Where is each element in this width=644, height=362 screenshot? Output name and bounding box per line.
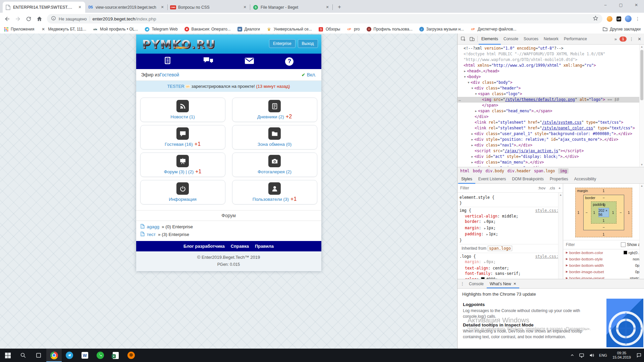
tile-link[interactable]: Фотогалерея (2)	[258, 169, 291, 174]
computed-property-row[interactable]: ▶border-bottom-width0px	[563, 262, 644, 268]
tile-link[interactable]: Информация	[169, 197, 197, 202]
style-rule[interactable]: style.css:1img {vertical-align: middle;b…	[460, 207, 561, 244]
taskbar-media-icon[interactable]	[123, 349, 139, 362]
stylesheet-link[interactable]: style.css:1	[535, 254, 561, 259]
extension-off-icon[interactable]: off	[614, 14, 623, 23]
dom-tree-node[interactable]: <!doctype html PUBLIC "-//WAPFORUM//DTD …	[458, 51, 644, 57]
address-bar[interactable]: Не защищено enter2019.beget.tech/index.p…	[47, 14, 602, 23]
toggle-hover-button[interactable]: :hov	[538, 186, 546, 190]
expand-arrow-icon[interactable]: ▶	[463, 68, 467, 74]
css-property[interactable]: font-family: sans-serif;	[460, 271, 561, 277]
logout-button[interactable]: Выход	[298, 39, 318, 48]
task-view-button[interactable]	[31, 349, 46, 362]
stylesheet-link[interactable]: style.css:1	[535, 208, 561, 214]
box-model-diagram[interactable]: margin 1 1 1 1 border − − − − padding 1	[575, 188, 632, 237]
css-property[interactable]: text-align: center;	[460, 265, 561, 271]
dom-tree-node[interactable]: ▼<div class="header">	[458, 85, 644, 91]
tile-link[interactable]: Дневники (2)	[257, 114, 284, 119]
sidebar-tab-event-listeners[interactable]: Event Listeners	[475, 175, 509, 184]
tile-folder[interactable]: Зона обмена (0)	[232, 125, 317, 149]
devtools-tab-network[interactable]: Network	[541, 34, 561, 45]
sidebar-tab-properties[interactable]: Properties	[547, 175, 571, 184]
bookmark-item[interactable]: ♛Универсальный се...	[266, 26, 312, 32]
dom-tree-node[interactable]: <script src="/ajax/js/ajax_active.js"></…	[458, 148, 644, 154]
drawer-menu-icon[interactable]: ⋮	[459, 281, 466, 286]
new-style-rule-button[interactable]: +	[558, 186, 561, 190]
tab-close-icon[interactable]: ✕	[242, 5, 248, 10]
dom-tree-node[interactable]: ▶<div class="nav1">…</div>	[458, 142, 644, 148]
enterprise-button[interactable]: Enterprise	[269, 39, 296, 48]
url-text[interactable]: enter2019.beget.tech/index.php	[93, 16, 590, 21]
dom-tree-node[interactable]: ▶<span class="head_menu">…</span>	[458, 108, 644, 114]
tile-link[interactable]: Гостевая (16)	[165, 142, 193, 147]
dom-tree-node[interactable]: …<img src="/style/themes/default/logo.pn…	[458, 97, 644, 103]
news-menu-icon[interactable]	[164, 56, 172, 66]
forum-topic-link[interactable]: agagg	[147, 224, 160, 229]
collapse-arrow-icon[interactable]: ▼	[474, 91, 478, 97]
action-center-icon[interactable]	[634, 349, 644, 362]
restore-button[interactable]: ▢	[613, 0, 629, 10]
expand-arrow-icon[interactable]: ▶	[470, 131, 474, 137]
more-tabs-icon[interactable]: »	[613, 37, 618, 42]
css-property[interactable]: margin: ▶1px;	[460, 225, 561, 232]
browser-tab[interactable]: SFile Manager - Beget✕	[250, 2, 333, 13]
tile-link[interactable]: Форум (3) | (2)	[164, 169, 194, 174]
devtools-tab-sources[interactable]: Sources	[521, 34, 541, 45]
computed-filter-input[interactable]	[565, 242, 619, 247]
tile-link[interactable]: Пользователи (3)	[253, 197, 289, 202]
bookmark-item[interactable]: olxМой профиль • OL...	[93, 26, 138, 32]
breadcrumb-img[interactable]: img	[558, 168, 569, 174]
devtools-tab-console[interactable]: Console	[501, 34, 521, 45]
tile-link[interactable]: Новости (1)	[170, 114, 195, 119]
ether-state-link[interactable]: Вкл.	[307, 72, 316, 77]
drawer-tab-console[interactable]: Console	[466, 279, 487, 288]
bookmark-item[interactable]: Telegram Web	[144, 26, 177, 32]
forum-topic-link[interactable]: тест	[147, 232, 156, 237]
taskbar-telegram-icon[interactable]	[62, 349, 77, 362]
devtools-tab-performance[interactable]: Performance	[561, 34, 590, 45]
drawer-tab-close-icon[interactable]: ✕	[514, 282, 516, 286]
forward-button[interactable]	[13, 14, 23, 24]
volume-icon[interactable]	[587, 349, 597, 362]
style-rule[interactable]: style.css:1.logo {margin: ▶0px;text-alig…	[460, 253, 561, 280]
bookmark-item[interactable]: ✕Медвежуть БТ, 111...	[41, 26, 86, 32]
bookmark-star-icon[interactable]	[593, 15, 598, 22]
other-bookmarks-button[interactable]: Другие закладки	[602, 26, 641, 32]
toggle-class-button[interactable]: .cls	[549, 186, 555, 190]
footer-link[interactable]: Справка	[231, 244, 249, 249]
css-property[interactable]: border: ▶0px;	[460, 219, 561, 225]
search-icon[interactable]	[15, 349, 31, 362]
breadcrumb-span[interactable]: span.logo	[534, 169, 555, 173]
mail-menu-icon[interactable]	[245, 57, 254, 66]
footer-link[interactable]: Блог разработчика	[183, 244, 225, 249]
breadcrumb-div[interactable]: div.header	[507, 169, 531, 173]
css-property[interactable]: padding: ▶1px;	[460, 231, 561, 238]
bookmark-item[interactable]: cPДиспетчер файлов...	[470, 26, 516, 32]
network-icon[interactable]	[577, 349, 587, 362]
close-window-button[interactable]: ✕	[629, 0, 644, 10]
drawer-tab-whatsnew[interactable]: What's New✕	[487, 279, 519, 288]
tile-chat[interactable]: Гостевая (16)+1	[140, 125, 225, 149]
expand-arrow-icon[interactable]: ▶	[470, 154, 474, 160]
styles-scrollbar[interactable]: ▲	[558, 193, 563, 279]
browser-tab[interactable]: CMSВопросы по CSS✕	[168, 2, 250, 13]
dom-tree-node[interactable]: ▶<head>…</head>	[458, 68, 644, 74]
extension-smiley-icon[interactable]	[605, 14, 614, 23]
user-link[interactable]: TESTER	[167, 84, 184, 89]
sidebar-tab-styles[interactable]: Styles	[458, 175, 475, 184]
elements-scrollbar[interactable]: ▲ ▼	[639, 45, 644, 167]
style-rule[interactable]: element.style {}	[460, 194, 561, 207]
sidebar-tab-accessibility[interactable]: Accessibility	[571, 175, 599, 184]
dom-tree-node[interactable]: ▶<div class="user_panel_1" style="backgr…	[458, 131, 644, 137]
breadcrumb-body[interactable]: body	[473, 169, 482, 173]
taskbar-chrome-icon[interactable]	[46, 349, 62, 362]
breadcrumb-div[interactable]: div.body	[485, 169, 504, 173]
whats-new-item-title[interactable]: Logpoints	[463, 302, 600, 307]
dom-tree-node[interactable]: ▼<body>	[458, 74, 644, 80]
footer-link[interactable]: Правила	[255, 244, 274, 249]
dom-tree-node[interactable]: <!--?xml version="1.0" encoding="utf-8"?…	[458, 46, 644, 51]
error-badge[interactable]: 1	[620, 37, 627, 42]
security-label[interactable]: Не защищено	[59, 16, 87, 21]
hidden-icons-chevron[interactable]	[568, 349, 577, 362]
show-all-checkbox[interactable]	[621, 242, 626, 247]
